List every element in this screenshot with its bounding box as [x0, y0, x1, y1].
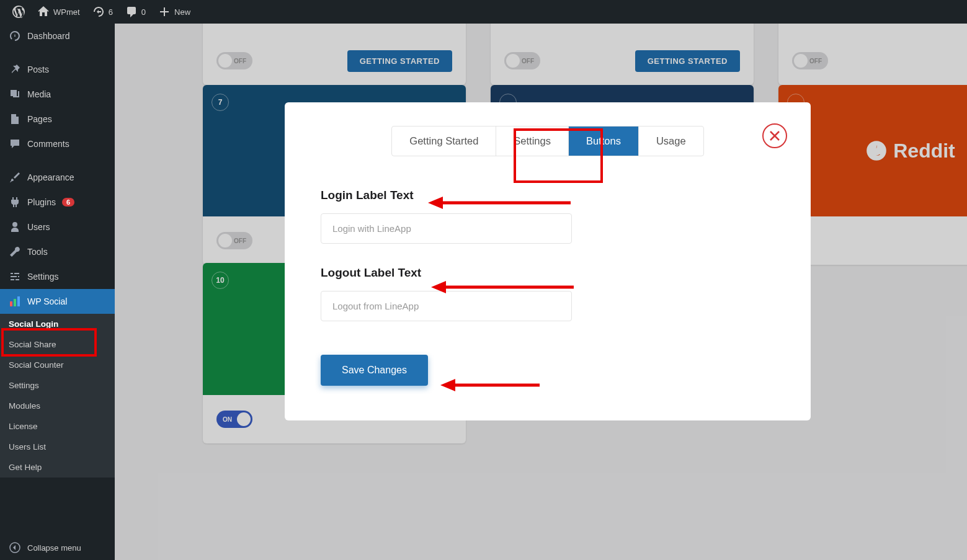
svg-rect-0 — [10, 301, 12, 306]
close-icon — [769, 130, 780, 141]
modal-tabs: Getting Started Settings Buttons Usage — [391, 126, 703, 156]
page-icon — [9, 113, 21, 125]
sub-social-share[interactable]: Social Share — [0, 334, 115, 355]
sub-license[interactable]: License — [0, 416, 115, 437]
wpsocial-icon — [9, 295, 21, 308]
sub-users-list[interactable]: Users List — [0, 437, 115, 457]
menu-plugins[interactable]: Plugins6 — [0, 190, 115, 215]
media-icon — [9, 88, 21, 100]
collapse-menu[interactable]: Collapse menu — [0, 535, 115, 560]
sub-modules[interactable]: Modules — [0, 396, 115, 416]
updates-count: 6 — [109, 7, 113, 17]
settings-modal: Getting Started Settings Buttons Usage L… — [285, 102, 811, 420]
home-icon — [37, 6, 50, 18]
plugins-badge: 6 — [62, 198, 74, 207]
menu-dashboard[interactable]: Dashboard — [0, 24, 115, 48]
site-link[interactable]: WPmet — [31, 6, 86, 18]
admin-bar: WPmet 6 0 New — [0, 0, 967, 24]
menu-users[interactable]: Users — [0, 215, 115, 239]
tab-usage[interactable]: Usage — [639, 127, 703, 156]
site-name: WPmet — [53, 7, 80, 17]
collapse-icon — [9, 541, 21, 554]
comments-link[interactable]: 0 — [119, 6, 152, 18]
updates-link[interactable]: 6 — [86, 6, 119, 18]
user-icon — [9, 221, 21, 233]
svg-rect-2 — [17, 296, 20, 306]
submenu-wp-social: Social Login Social Share Social Counter… — [0, 314, 115, 478]
wp-logo[interactable] — [6, 6, 31, 18]
menu-comments[interactable]: Comments — [0, 131, 115, 156]
dashboard-icon — [9, 30, 21, 42]
menu-tools[interactable]: Tools — [0, 239, 115, 264]
menu-pages[interactable]: Pages — [0, 107, 115, 131]
menu-posts[interactable]: Posts — [0, 57, 115, 82]
comment-icon — [9, 138, 21, 150]
plus-icon — [158, 6, 171, 18]
sub-social-counter[interactable]: Social Counter — [0, 355, 115, 375]
tab-getting-started[interactable]: Getting Started — [392, 127, 496, 156]
logout-label-heading: Logout Label Text — [321, 266, 775, 280]
comment-icon — [125, 6, 138, 18]
logout-label-input[interactable] — [321, 291, 572, 321]
update-icon — [92, 6, 105, 18]
wrench-icon — [9, 246, 21, 258]
sub-get-help[interactable]: Get Help — [0, 457, 115, 478]
admin-sidebar: Dashboard Posts Media Pages Comments App… — [0, 24, 115, 560]
sub-social-login[interactable]: Social Login — [0, 314, 115, 334]
menu-wp-social[interactable]: WP Social — [0, 289, 115, 314]
menu-appearance[interactable]: Appearance — [0, 165, 115, 190]
svg-rect-1 — [14, 299, 16, 306]
new-link[interactable]: New — [152, 6, 197, 18]
new-label: New — [174, 7, 190, 17]
login-label-input[interactable] — [321, 213, 572, 244]
tab-settings[interactable]: Settings — [496, 127, 569, 156]
menu-settings[interactable]: Settings — [0, 264, 115, 289]
comments-count: 0 — [141, 7, 146, 17]
save-button[interactable]: Save Changes — [321, 355, 428, 386]
wordpress-icon — [12, 6, 25, 18]
pin-icon — [9, 63, 21, 76]
login-label-heading: Login Label Text — [321, 189, 775, 202]
menu-media[interactable]: Media — [0, 82, 115, 107]
brush-icon — [9, 171, 21, 184]
tab-buttons[interactable]: Buttons — [569, 127, 639, 156]
sliders-icon — [9, 270, 21, 283]
sub-settings[interactable]: Settings — [0, 375, 115, 396]
plugin-icon — [9, 196, 21, 208]
close-button[interactable] — [762, 123, 787, 148]
